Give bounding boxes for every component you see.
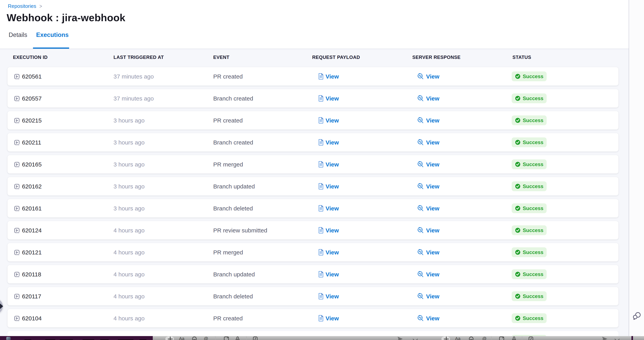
chevron-down-icon[interactable]: [413, 336, 418, 340]
table-row[interactable]: 620161 3 hours ago Branch deleted View V…: [8, 199, 618, 218]
table-row[interactable]: 620104 4 hours ago PR created View View …: [8, 309, 618, 328]
execution-id: 620215: [22, 111, 42, 130]
request-payload-view-link[interactable]: View: [318, 133, 339, 152]
execution-icon: [14, 96, 20, 101]
request-payload-view-link[interactable]: View: [318, 155, 339, 174]
server-response-view-link[interactable]: View: [417, 221, 440, 240]
titlebar-text-fragment: [60, 339, 73, 340]
send-icon[interactable]: [602, 336, 608, 340]
toolbar-divider: [522, 336, 522, 340]
request-payload-view-link[interactable]: View: [318, 221, 339, 240]
execution-id: 620162: [22, 177, 42, 196]
send-icon[interactable]: [398, 336, 403, 340]
server-response-view-link[interactable]: View: [417, 155, 440, 174]
check-circle-icon: [515, 249, 521, 255]
view-link-label: View: [326, 183, 339, 190]
executions-table: EXECUTION ID LAST TRIGGERED AT EVENT REQ…: [0, 49, 629, 336]
chat-bubbles-icon[interactable]: [632, 311, 642, 321]
request-payload-view-link[interactable]: View: [318, 177, 339, 196]
last-triggered-at: 4 hours ago: [114, 265, 144, 284]
toolbar-divider: [491, 336, 492, 340]
server-response-view-link[interactable]: View: [417, 133, 440, 152]
slash-command-icon[interactable]: [253, 336, 258, 340]
status-badge: Success: [512, 225, 546, 235]
emoji-icon[interactable]: [192, 336, 197, 340]
breadcrumb-repositories-link[interactable]: Repositories: [8, 3, 36, 9]
status-badge-label: Success: [523, 74, 544, 79]
table-row[interactable]: 620211 3 hours ago Branch created View V…: [8, 133, 618, 152]
view-link-label: View: [426, 95, 440, 102]
table-row[interactable]: 620561 37 minutes ago PR created View Vi…: [8, 67, 618, 86]
titlebar-text-fragment: [45, 339, 55, 340]
execution-id: 620165: [22, 155, 42, 174]
mention-icon[interactable]: @: [204, 336, 208, 340]
server-response-view-link[interactable]: View: [417, 199, 440, 218]
request-payload-view-link[interactable]: View: [318, 89, 339, 108]
document-icon: [318, 293, 324, 300]
background-window-strip: Aa@ Aa@: [0, 336, 644, 340]
emoji-icon[interactable]: [469, 336, 474, 340]
execution-icon: [14, 118, 20, 123]
column-header-status: STATUS: [512, 54, 531, 60]
microphone-icon[interactable]: [512, 336, 516, 340]
last-triggered-at: 3 hours ago: [114, 155, 144, 174]
event-name: PR merged: [213, 243, 243, 262]
last-triggered-at: 37 minutes ago: [114, 89, 154, 108]
request-payload-view-link[interactable]: View: [318, 265, 339, 284]
request-payload-view-link[interactable]: View: [318, 243, 339, 262]
image-icon[interactable]: [499, 336, 504, 340]
server-response-view-link[interactable]: View: [417, 287, 440, 306]
table-row[interactable]: 620118 4 hours ago Branch updated View V…: [8, 265, 618, 284]
table-row[interactable]: 620215 3 hours ago PR created View View …: [8, 111, 618, 130]
tab-executions[interactable]: Executions: [36, 32, 68, 38]
request-payload-view-link[interactable]: View: [318, 309, 339, 328]
status-badge-label: Success: [523, 271, 544, 277]
table-row[interactable]: 620557 37 minutes ago Branch created Vie…: [8, 89, 618, 108]
server-response-view-link[interactable]: View: [417, 89, 440, 108]
text-format-icon[interactable]: Aa: [179, 336, 184, 340]
slash-command-icon[interactable]: [528, 336, 533, 340]
titlebar-text-fragment: [118, 339, 134, 340]
mention-icon[interactable]: @: [482, 336, 486, 340]
server-response-view-link[interactable]: View: [417, 177, 440, 196]
check-circle-icon: [515, 205, 521, 211]
request-payload-view-link[interactable]: View: [318, 199, 339, 218]
search-response-icon: [417, 95, 424, 102]
microphone-icon[interactable]: [236, 336, 240, 340]
side-panel: [629, 0, 644, 336]
server-response-view-link[interactable]: View: [417, 309, 440, 328]
table-row[interactable]: 620124 4 hours ago PR review submitted V…: [8, 221, 618, 240]
text-format-icon[interactable]: Aa: [455, 336, 460, 340]
view-link-label: View: [326, 139, 339, 146]
request-payload-view-link[interactable]: View: [318, 111, 339, 130]
document-icon: [318, 161, 324, 168]
execution-icon: [14, 162, 20, 167]
view-link-label: View: [326, 249, 339, 256]
last-triggered-at: 3 hours ago: [114, 199, 144, 218]
view-link-label: View: [426, 139, 440, 146]
chevron-down-icon[interactable]: [614, 336, 620, 340]
server-response-view-link[interactable]: View: [417, 67, 440, 86]
status-badge-label: Success: [523, 118, 544, 123]
status-badge: Success: [512, 72, 546, 81]
table-row[interactable]: 620162 3 hours ago Branch updated View V…: [8, 177, 618, 196]
table-row[interactable]: 620117 4 hours ago Branch deleted View V…: [8, 287, 618, 306]
table-row-partial[interactable]: Success: [8, 331, 618, 336]
document-icon: [318, 271, 324, 278]
plus-icon[interactable]: [444, 336, 449, 340]
execution-id: 620561: [22, 67, 42, 86]
server-response-view-link[interactable]: View: [417, 265, 440, 284]
tab-details[interactable]: Details: [9, 32, 27, 38]
request-payload-view-link[interactable]: View: [318, 67, 339, 86]
server-response-view-link[interactable]: View: [417, 243, 440, 262]
server-response-view-link[interactable]: View: [417, 111, 440, 130]
table-row[interactable]: 620165 3 hours ago PR merged View View S…: [8, 155, 618, 174]
event-name: PR created: [213, 309, 243, 328]
plus-icon[interactable]: [168, 336, 173, 340]
image-icon[interactable]: [224, 336, 229, 340]
search-response-icon: [417, 315, 424, 322]
table-row[interactable]: 620121 4 hours ago PR merged View View S…: [8, 243, 618, 262]
request-payload-view-link[interactable]: View: [318, 287, 339, 306]
event-name: PR created: [213, 67, 243, 86]
search-response-icon: [417, 139, 424, 146]
